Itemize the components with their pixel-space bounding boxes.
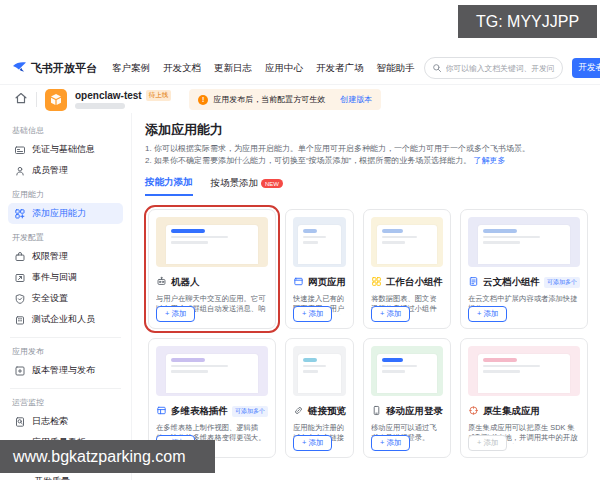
page-title: 添加应用能力 [145, 121, 586, 139]
nav-item-0[interactable]: 客户案例 [112, 62, 150, 75]
sidebar-item-label: 测试企业和人员 [32, 313, 95, 326]
add-capability-button[interactable]: + 添加 [156, 306, 195, 322]
card-title: 多维表格插件 [171, 405, 228, 418]
home-icon[interactable] [14, 91, 28, 109]
watermark-bottom: www.bgkatzparking.com [0, 440, 215, 473]
security-icon [14, 293, 26, 305]
nav-item-4[interactable]: 开发者广场 [316, 62, 364, 75]
sidebar-item-label: 安全设置 [32, 292, 68, 305]
warning-icon: ! [198, 95, 208, 105]
add-capability-button[interactable]: + 添加 [371, 306, 410, 322]
search-input[interactable] [446, 64, 555, 73]
card-title-row: 多维表格插件可添加多个 [156, 402, 268, 420]
search-box[interactable] [424, 57, 563, 79]
sidebar-item-label: 权限管理 [32, 250, 68, 263]
feishu-open-platform-page: TG: MYYJJPP www.bgkatzparking.com 飞书开放平台… [0, 0, 600, 480]
webapp-icon [293, 273, 304, 291]
sidebar-item-log[interactable]: 日志检索 [8, 411, 123, 432]
card-illustration [293, 217, 346, 267]
card-title-row: 移动应用登录 [371, 402, 443, 420]
app-header-bar: openclaw-test 待上线 ! 应用发布后，当前配置方可生效 创建版本 [0, 86, 600, 113]
bitable-icon [156, 402, 167, 420]
capability-icon [14, 208, 26, 220]
robot-icon [156, 273, 167, 291]
card-illustration [468, 217, 580, 267]
card-title-row: 网页应用 [293, 273, 346, 291]
app-meta: openclaw-test 待上线 [75, 90, 171, 109]
version-icon [14, 365, 26, 377]
event-icon [14, 272, 26, 284]
app-id-redacted [75, 103, 125, 109]
capability-card-5: 链接预览应用能为注册的域名自定义链接预览，用户在飞书发送链接后，能在链接下方展示… [285, 338, 354, 458]
developer-console-button[interactable]: 开发者后台 [572, 58, 600, 78]
nav-item-2[interactable]: 更新日志 [214, 62, 252, 75]
nav-item-5[interactable]: 智能助手 [377, 62, 415, 75]
card-illustration [371, 346, 443, 396]
app-avatar[interactable] [45, 89, 67, 111]
sidebar-divider [10, 337, 121, 338]
create-version-link[interactable]: 创建版本 [340, 94, 372, 105]
status-badge: 待上线 [146, 90, 172, 101]
card-title-row: 原生集成应用 [468, 402, 580, 420]
sidebar-item-label: 事件与回调 [32, 271, 77, 284]
sidebar-section-title: 运营监控 [12, 397, 119, 408]
card-illustration [371, 217, 443, 267]
multi-add-badge: 可添加多个 [544, 277, 580, 288]
add-capability-button[interactable]: + 添加 [371, 435, 410, 451]
nav-item-3[interactable]: 应用中心 [265, 62, 303, 75]
sidebar-item-permission[interactable]: 权限管理 [8, 246, 123, 267]
capability-card-7: 原生集成应用原生集成应用可以把原生 SDK 集成到飞书本地，并调用其中的开放方法… [460, 338, 588, 458]
learn-more-link[interactable]: 了解更多 [473, 156, 505, 165]
sidebar-subitem-1[interactable]: 开发质量 [8, 472, 123, 480]
sidebar-section-title: 应用发布 [12, 346, 119, 357]
illustration-mockup [478, 225, 570, 264]
illustration-mockup [166, 354, 258, 393]
divider [36, 92, 37, 107]
tab-label: 按场景添加 [211, 177, 259, 190]
add-capability-button: + 添加 [468, 435, 507, 451]
docs-icon [468, 273, 479, 291]
sidebar-divider [10, 388, 121, 389]
tab-1[interactable]: 按场景添加NEW [211, 176, 284, 196]
credential-icon [14, 144, 26, 156]
card-illustration [468, 346, 580, 396]
sidebar-item-version[interactable]: 版本管理与发布 [8, 360, 123, 381]
feishu-logo[interactable]: 飞书开放平台 [12, 60, 97, 77]
sidebar-item-security[interactable]: 安全设置 [8, 288, 123, 309]
card-illustration [293, 346, 346, 396]
sidebar-item-event[interactable]: 事件与回调 [8, 267, 123, 288]
add-capability-button[interactable]: + 添加 [293, 306, 332, 322]
card-title: 移动应用登录 [386, 405, 443, 418]
sidebar-item-label: 凭证与基础信息 [32, 143, 95, 156]
card-title: 网页应用 [308, 276, 346, 289]
sidebar-item-label: 版本管理与发布 [32, 364, 95, 377]
illustration-mockup [377, 225, 436, 264]
card-title: 机器人 [171, 276, 200, 289]
add-capability-button[interactable]: + 添加 [293, 435, 332, 451]
sidebar-item-test[interactable]: 测试企业和人员 [8, 309, 123, 330]
page-description: 1. 你可以根据实际需求，为应用开启能力。单个应用可开启多种能力，一个能力可用于… [145, 143, 586, 167]
sidebar-item-credential[interactable]: 凭证与基础信息 [8, 139, 123, 160]
logo-text: 飞书开放平台 [31, 61, 97, 76]
sidebar-item-capability[interactable]: 添加应用能力 [8, 203, 123, 224]
nav-item-1[interactable]: 开发文档 [163, 62, 201, 75]
sidebar-item-member[interactable]: 成员管理 [8, 160, 123, 181]
widget-icon [371, 273, 382, 291]
capability-card-6: 移动应用登录移动应用可以通过飞书账号进行登录。+ 添加 [363, 338, 451, 458]
add-capability-button[interactable]: + 添加 [468, 306, 507, 322]
tab-0[interactable]: 按能力添加 [145, 176, 193, 196]
sidebar-nav: 基础信息凭证与基础信息成员管理应用能力添加应用能力开发配置权限管理事件与回调安全… [0, 113, 132, 480]
card-title: 云文档小组件 [483, 276, 540, 289]
tab-label: 按能力添加 [145, 176, 193, 189]
app-name: openclaw-test [75, 90, 142, 101]
multi-add-badge: 可添加多个 [232, 406, 268, 417]
log-icon [14, 416, 26, 428]
nav-menu: 客户案例开发文档更新日志应用中心开发者广场智能助手 [112, 62, 415, 75]
sidebar-section-title: 开发配置 [12, 232, 119, 243]
sidebar-item-label: 成员管理 [32, 164, 68, 177]
illustration-mockup [298, 225, 341, 264]
capability-card-3: 云文档小组件可添加多个在云文档中扩展内容或者添加快捷操作。+ 添加 [460, 209, 588, 329]
sidebar-item-label: 日志检索 [32, 415, 68, 428]
illustration-mockup [166, 225, 258, 264]
sidebar-section-title: 基础信息 [12, 125, 119, 136]
